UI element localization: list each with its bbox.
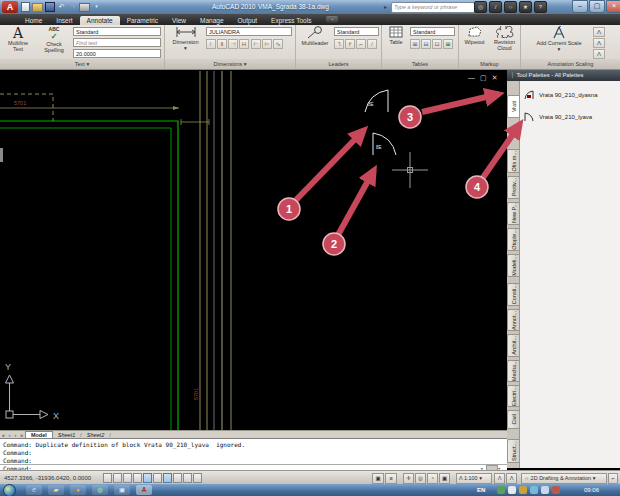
autoscale-button[interactable]: Λ	[506, 473, 517, 484]
leader-tool-icon[interactable]: ٢	[345, 39, 355, 49]
minimize-button[interactable]: –	[572, 0, 588, 13]
dim-tool-icon[interactable]: ⊣	[228, 39, 238, 49]
table-tool-icon[interactable]: ⊡	[432, 39, 442, 49]
palette-tab-ofis[interactable]: Ofis m...	[507, 149, 519, 173]
multileader-button[interactable]: Multileader	[298, 26, 332, 46]
doc-minimize-icon[interactable]: —	[468, 74, 475, 82]
add-scale-icon[interactable]: Λ	[593, 38, 605, 48]
taskbar-app5-icon[interactable]: ▣	[114, 485, 130, 495]
taskbar-ie-icon[interactable]: e	[26, 485, 42, 495]
annotation-visibility-button[interactable]: Λ	[494, 473, 505, 484]
leader-tool-icon[interactable]: /	[367, 39, 377, 49]
dim-tool-icon[interactable]: ⊦	[206, 39, 216, 49]
annotation-scale-button[interactable]: Λ 1:100 ▾	[456, 473, 492, 484]
tray-icon[interactable]	[508, 486, 516, 494]
palette-item-vrata-dyasna[interactable]: Vrata 90_210_dyasna	[523, 88, 598, 102]
palette-tab-consti[interactable]: Consti...	[507, 283, 519, 306]
text-panel-label[interactable]: Text ▾	[0, 59, 164, 69]
model-space-button[interactable]: ▣	[372, 473, 384, 484]
tab-sheet1[interactable]: Sheet1	[53, 432, 80, 438]
tab-output[interactable]: Output	[231, 16, 265, 25]
osnap-toggle[interactable]	[143, 473, 152, 483]
subscription-wrench-icon[interactable]: /	[489, 1, 502, 13]
doc-close-icon[interactable]: ✕	[492, 74, 498, 82]
taskbar-explorer-icon[interactable]: ▰	[48, 485, 64, 495]
palette-tab-protiv[interactable]: Protiv...	[507, 176, 519, 199]
polar-toggle[interactable]	[133, 473, 142, 483]
sync-scale-icon[interactable]: Λ	[593, 49, 605, 59]
dim-tool-icon[interactable]: H	[239, 39, 249, 49]
zoom-icon[interactable]: ◎	[415, 473, 426, 484]
tray-icon[interactable]	[541, 486, 549, 494]
layout-button[interactable]: ≡	[385, 473, 397, 484]
steering-wheel-icon[interactable]: ◔	[427, 473, 438, 484]
infocenter-search-input[interactable]: Type a keyword or phrase	[391, 2, 475, 13]
palette-tab-archit[interactable]: Archit...	[507, 334, 519, 357]
grid-toggle[interactable]	[113, 473, 122, 483]
taskbar-app4-icon[interactable]: ◍	[92, 485, 108, 495]
leader-tool-icon[interactable]: ⌐	[356, 39, 366, 49]
table-button[interactable]: Table	[384, 26, 408, 45]
tab-insert[interactable]: Insert	[49, 16, 79, 25]
tab-parametric[interactable]: Parametric	[120, 16, 165, 25]
palette-tab-vrati[interactable]: Vrati	[507, 95, 519, 118]
save-icon[interactable]	[45, 2, 55, 12]
dyn-toggle[interactable]	[173, 473, 182, 483]
snap-toggle[interactable]	[103, 473, 112, 483]
tables-panel-label[interactable]: Tables	[382, 59, 458, 69]
table-tool-icon[interactable]: ⊞	[443, 39, 453, 49]
taskbar-clock[interactable]: 09:06	[584, 487, 599, 493]
taskbar-autocad-icon[interactable]: A	[136, 485, 152, 495]
tray-icon[interactable]	[552, 486, 560, 494]
dimension-button[interactable]: Dimension▾	[167, 26, 204, 51]
table-tool-icon[interactable]: ⊞	[410, 39, 420, 49]
multiline-text-button[interactable]: A Multiline Text	[3, 26, 33, 52]
multileader-style-select[interactable]: Standard	[334, 27, 379, 36]
revision-cloud-button[interactable]: Revision Cloud	[490, 26, 519, 51]
tray-icon[interactable]	[497, 486, 505, 494]
ortho-toggle[interactable]	[123, 473, 132, 483]
find-text-input[interactable]: Find text	[73, 38, 161, 47]
last-layout-icon[interactable]: »	[18, 432, 25, 438]
palette-tab-modeli[interactable]: Modeli...	[507, 254, 519, 277]
toolbar-lock-icon[interactable]: ⌐	[608, 473, 618, 484]
palette-item-vrata-lyava[interactable]: Vrata 90_210_lyava	[523, 110, 592, 124]
otrack-toggle[interactable]	[153, 473, 162, 483]
workspace-switcher[interactable]: ☼ 2D Drafting & Annotation ▾	[521, 473, 607, 484]
search-icon[interactable]: ◎	[474, 1, 487, 13]
infocenter-expand-icon[interactable]: ▸	[384, 3, 387, 10]
tab-sheet2[interactable]: Sheet2	[82, 432, 109, 438]
annotation-scaling-panel-label[interactable]: Annotation Scaling	[521, 59, 620, 69]
tray-icon[interactable]	[530, 486, 538, 494]
palette-tab-mecha[interactable]: Mecha...	[507, 360, 519, 382]
tab-express-tools[interactable]: Express Tools	[264, 16, 318, 25]
check-spelling-button[interactable]: ABC✓ Check Spelling	[38, 26, 70, 53]
tray-icon[interactable]	[519, 486, 527, 494]
wipeout-button[interactable]: Wipeout	[460, 26, 489, 45]
undo-icon[interactable]: ↶	[57, 2, 66, 11]
dimension-style-select[interactable]: JULIANDRA	[206, 27, 292, 36]
open-file-icon[interactable]	[32, 3, 43, 12]
close-button[interactable]: ×	[606, 0, 620, 13]
show-motion-icon[interactable]: ▣	[439, 473, 450, 484]
palette-tab-civil[interactable]: Civil	[507, 410, 519, 429]
new-file-icon[interactable]	[21, 2, 30, 12]
markup-panel-label[interactable]: Markup	[459, 59, 520, 69]
dim-tool-icon[interactable]: ∿	[273, 39, 283, 49]
palette-title-bar[interactable]: ❘ Tool Palettes - All Palettes	[507, 70, 620, 81]
communication-center-icon[interactable]: ☼	[504, 1, 517, 13]
leaders-panel-label[interactable]: Leaders	[296, 59, 381, 69]
first-layout-icon[interactable]: «	[0, 432, 7, 438]
text-style-select[interactable]: Standard	[73, 27, 161, 36]
annotation-visibility-icon[interactable]: Λ	[593, 27, 605, 37]
taskbar-app3-icon[interactable]: ●	[70, 485, 86, 495]
ducs-toggle[interactable]	[163, 473, 172, 483]
tab-model[interactable]: Model	[25, 431, 53, 438]
table-tool-icon[interactable]: ⊟	[421, 39, 431, 49]
start-orb[interactable]	[3, 484, 16, 496]
favorites-star-icon[interactable]: ★	[519, 1, 532, 13]
add-current-scale-button[interactable]: Add Current Scale▾	[535, 26, 583, 52]
dim-tool-icon[interactable]: ⊨	[262, 39, 272, 49]
doc-restore-icon[interactable]: ▢	[480, 74, 487, 82]
tab-view[interactable]: View	[165, 16, 193, 25]
